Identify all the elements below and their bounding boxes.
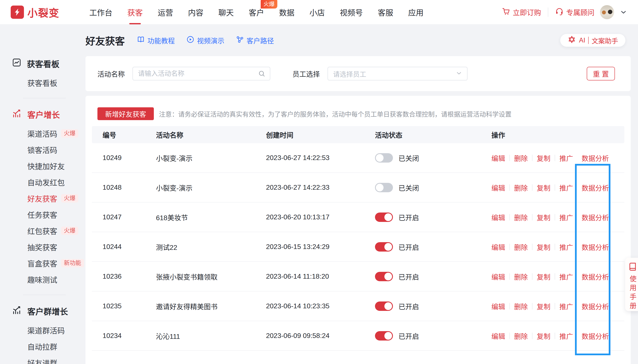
status-toggle[interactable] — [375, 242, 393, 252]
sidebar-item-group-channel-code[interactable]: 渠道群活码 — [0, 322, 83, 338]
copy-link[interactable]: 复制 — [537, 331, 550, 341]
user-avatar[interactable] — [600, 5, 614, 19]
path-nodes-icon — [236, 36, 244, 45]
video-demo-link[interactable]: 视频演示 — [186, 36, 224, 45]
activity-id: 10236 — [103, 272, 156, 280]
brand-logo[interactable]: 小裂变 — [11, 5, 59, 20]
delete-link[interactable]: 删除 — [514, 301, 528, 311]
data-analysis-link[interactable]: 数据分析 — [582, 183, 609, 192]
reset-button[interactable]: 重 置 — [587, 67, 615, 80]
sidebar-item-fun-quiz[interactable]: 趣味测试 — [0, 271, 83, 288]
divider — [509, 303, 510, 310]
status-toggle[interactable] — [375, 302, 393, 311]
sidebar-item-kanban[interactable]: 获客看板 — [0, 74, 83, 91]
delete-link[interactable]: 删除 — [514, 212, 528, 222]
status-toggle[interactable] — [375, 153, 393, 162]
sidebar-item-channel-code[interactable]: 渠道活码 火爆 — [0, 125, 83, 142]
advisor-button[interactable]: 专属顾问 — [555, 7, 594, 17]
nav-content[interactable]: 内容 — [188, 6, 203, 18]
delete-link[interactable]: 删除 — [514, 242, 528, 252]
status-toggle[interactable] — [375, 183, 393, 192]
data-analysis-link[interactable]: 数据分析 — [582, 242, 609, 252]
divider — [532, 155, 532, 161]
promote-link[interactable]: 推广 — [559, 301, 573, 311]
nav-acquisition[interactable]: 获客 — [127, 6, 143, 18]
hot-badge: 火爆 — [261, 0, 277, 8]
delete-link[interactable]: 删除 — [514, 183, 528, 192]
data-analysis-link[interactable]: 数据分析 — [582, 272, 609, 282]
activity-id: 10247 — [103, 213, 156, 221]
create-activity-button[interactable]: 新增好友获客 — [97, 107, 154, 120]
edit-link[interactable]: 编辑 — [491, 183, 505, 192]
nav-video-account[interactable]: 视频号 — [340, 6, 363, 18]
sidebar-item-lock-code[interactable]: 锁客活码 — [0, 142, 83, 158]
sidebar-item-auto-redpacket[interactable]: 自动发红包 — [0, 174, 83, 190]
user-manual-tab[interactable]: 使用手册 — [625, 258, 638, 311]
nav-operations[interactable]: 运营 — [158, 6, 173, 18]
customer-path-link[interactable]: 客户路径 — [236, 36, 274, 45]
order-now-button[interactable]: 立即订购 — [502, 7, 541, 17]
status-toggle[interactable] — [375, 331, 393, 340]
delete-link[interactable]: 删除 — [514, 272, 528, 282]
created-time: 2023-06-09 09:58:24 — [266, 332, 375, 340]
data-analysis-link[interactable]: 数据分析 — [582, 153, 609, 163]
promote-link[interactable]: 推广 — [559, 331, 573, 341]
sidebar-item-task-acquisition[interactable]: 任务获客 — [0, 206, 83, 222]
sidebar-item-friend-join-group[interactable]: 好友进群 — [0, 354, 83, 364]
sidebar-item-friend-acquisition[interactable]: 好友获客 火爆 — [0, 190, 83, 206]
sidebar-section-kanban[interactable]: 获客看板 — [0, 56, 83, 70]
promote-link[interactable]: 推广 — [559, 212, 573, 222]
edit-link[interactable]: 编辑 — [491, 242, 505, 252]
copy-link[interactable]: 复制 — [537, 153, 550, 163]
growth-chart-icon — [12, 305, 22, 317]
nav-service[interactable]: 客服 — [378, 6, 393, 18]
data-analysis-link[interactable]: 数据分析 — [582, 301, 609, 311]
sidebar-item-auto-group[interactable]: 自动拉群 — [0, 338, 83, 354]
promote-link[interactable]: 推广 — [559, 153, 573, 163]
sidebar-item-redpacket-acquisition[interactable]: 红包获客 火爆 — [0, 222, 83, 239]
status-toggle[interactable] — [375, 272, 393, 281]
sidebar-item-quick-add[interactable]: 快捷加好友 — [0, 158, 83, 174]
edit-link[interactable]: 编辑 — [491, 212, 505, 222]
copy-link[interactable]: 复制 — [537, 301, 550, 311]
edit-link[interactable]: 编辑 — [491, 301, 505, 311]
copy-link[interactable]: 复制 — [537, 183, 550, 192]
promote-link[interactable]: 推广 — [559, 242, 573, 252]
sidebar-section-group-growth[interactable]: 客户群增长 — [0, 304, 83, 318]
chevron-down-icon[interactable] — [620, 8, 627, 16]
table-row: 10235 邀请好友得精美图书 2023-06-14 10:23:35 已开启 … — [92, 292, 624, 321]
nav-chat[interactable]: 聊天 — [218, 6, 234, 18]
delete-link[interactable]: 删除 — [514, 331, 528, 341]
status-label: 已开启 — [398, 272, 419, 282]
data-analysis-link[interactable]: 数据分析 — [582, 331, 609, 341]
activity-name: 小裂变-演示 — [156, 153, 266, 163]
created-time: 2023-06-20 10:13:17 — [266, 213, 375, 221]
nav-customers[interactable]: 客户 火爆 — [249, 6, 264, 18]
ai-copy-assistant-button[interactable]: AI 文案助手 — [560, 34, 625, 47]
nav-shop[interactable]: 小店 — [309, 6, 325, 18]
copy-link[interactable]: 复制 — [537, 242, 550, 252]
nav-data[interactable]: 数据 — [279, 6, 294, 18]
sidebar-section-customer-growth[interactable]: 客户增长 — [0, 107, 83, 121]
edit-link[interactable]: 编辑 — [491, 153, 505, 163]
edit-link[interactable]: 编辑 — [491, 331, 505, 341]
activity-table-card: 新增好友获客 注意：请务必保证活动的真实有效性，为了客户的服务体验，活动中每个员… — [85, 96, 631, 364]
data-analysis-link[interactable]: 数据分析 — [582, 212, 609, 222]
copy-link[interactable]: 复制 — [537, 212, 550, 222]
search-icon[interactable] — [258, 70, 266, 78]
nav-workbench[interactable]: 工作台 — [89, 6, 112, 18]
staff-select[interactable]: 请选择员工 — [328, 67, 468, 80]
nav-apps[interactable]: 应用 — [408, 6, 423, 18]
copy-link[interactable]: 复制 — [537, 272, 550, 282]
activity-name-input[interactable] — [132, 67, 270, 80]
tutorial-link[interactable]: 功能教程 — [137, 36, 175, 45]
sidebar-item-lottery-acquisition[interactable]: 抽奖获客 — [0, 239, 83, 255]
delete-link[interactable]: 删除 — [514, 153, 528, 163]
status-toggle[interactable] — [375, 212, 393, 222]
promote-link[interactable]: 推广 — [559, 272, 573, 282]
edit-link[interactable]: 编辑 — [491, 272, 505, 282]
activity-name: 沁沁111 — [156, 331, 266, 341]
sidebar-item-blindbox-acquisition[interactable]: 盲盒获客 新功能 — [0, 255, 83, 271]
created-time: 2023-06-15 13:24:29 — [266, 243, 375, 251]
promote-link[interactable]: 推广 — [559, 183, 573, 192]
